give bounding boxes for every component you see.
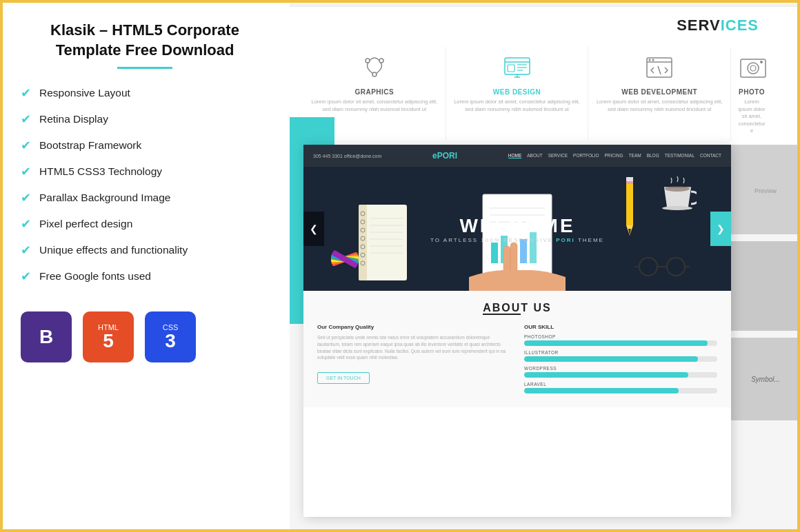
svg-point-19	[760, 61, 763, 63]
svg-rect-50	[626, 177, 633, 225]
preview-logo: ePORI	[432, 151, 457, 161]
skill-illustrator-fill	[524, 356, 698, 362]
svg-point-55	[665, 186, 690, 192]
side-card-top-img: Preview	[731, 145, 800, 234]
coffee-cup-svg	[659, 174, 697, 212]
glasses-svg	[634, 256, 690, 277]
about-skills-col: OUR SKILL PHOTOSHOP ILLUSTRATOR	[524, 324, 717, 398]
check-icon-6: ✔	[21, 216, 31, 232]
webdesign-icon	[502, 52, 532, 83]
nav-link-team[interactable]: TEAM	[629, 153, 641, 158]
get-in-touch-button[interactable]: GET IN TOUCH	[317, 372, 370, 384]
preview-navbar: 305 445 3301 office@done.com ePORI HOME …	[303, 145, 731, 167]
pencil-svg	[625, 177, 634, 239]
feature-label-8: Free Google fonts used	[39, 270, 151, 283]
feature-label-7: Unique effects and functionality	[39, 244, 188, 256]
svg-point-1	[379, 59, 383, 63]
feature-3: ✔ Bootstrap Framework	[21, 138, 269, 153]
svg-text:Preview: Preview	[754, 187, 777, 194]
skill-illustrator: ILLUSTRATOR	[524, 350, 717, 362]
svg-rect-11	[647, 58, 672, 77]
svg-point-18	[750, 65, 756, 71]
skill-laravel-label: LARAVEL	[524, 382, 717, 387]
services-title-accent: ICES	[721, 17, 759, 34]
about-company-title: Our Company Quality	[317, 324, 510, 330]
side-card-middle	[731, 241, 800, 331]
check-icon-8: ✔	[21, 269, 31, 284]
about-columns: Our Company Quality Sed ut perspiciatis …	[317, 324, 717, 398]
graphics-icon	[359, 52, 390, 83]
website-preview: 305 445 3301 office@done.com ePORI HOME …	[303, 145, 731, 517]
graphics-desc: Lorem ipsum dolor sit amet, consectetur …	[310, 99, 439, 113]
skill-wordpress-bar-bg	[524, 372, 717, 378]
logo-icon: e	[432, 151, 437, 161]
skill-wordpress-label: WORDPRESS	[524, 366, 717, 371]
nav-link-contact[interactable]: CONTACT	[700, 153, 721, 158]
svg-rect-53	[626, 177, 633, 181]
feature-label-6: Pixel perfect design	[39, 218, 132, 230]
webdesign-desc: Lorem ipsum dolor sit amet, consectetur …	[453, 99, 581, 113]
features-list: ✔ Responsive Layout ✔ Retina Display ✔ B…	[21, 85, 269, 284]
check-icon-3: ✔	[21, 138, 31, 153]
side-card-bottom: Symbol...	[731, 338, 800, 420]
webdesign-label: WEB DESIGN	[453, 88, 581, 96]
side-card-text: Symbol...	[746, 370, 786, 389]
skill-photoshop: PHOTOSHOP	[524, 334, 717, 346]
css3-label-num: 3	[165, 331, 176, 351]
svg-rect-54	[626, 181, 633, 184]
svg-point-13	[649, 59, 651, 61]
svg-rect-39	[491, 243, 498, 263]
nav-link-pricing[interactable]: PRICING	[605, 153, 623, 158]
svg-point-0	[366, 59, 370, 63]
nav-link-service[interactable]: SERVICE	[548, 153, 568, 158]
svg-rect-5	[508, 65, 514, 72]
preview-hero: ❮ ❯ WELCOME TO ARTLESS 100% RESPONSIVE P…	[303, 167, 731, 291]
bootstrap-logo: B	[21, 311, 72, 362]
webdev-desc: Lorem ipsum dolor sit amet, consectetur …	[595, 99, 723, 113]
skill-wordpress: WORDPRESS	[524, 366, 717, 378]
svg-line-15	[658, 66, 661, 74]
about-company-text: Sed ut perspiciatis unde omnis iste natu…	[317, 334, 510, 361]
hero-next-button[interactable]: ❯	[710, 212, 731, 246]
about-title: ABOUT US	[317, 302, 717, 314]
feature-label-2: Retina Display	[39, 113, 108, 125]
svg-point-56	[662, 206, 692, 210]
html5-label-num: 5	[103, 331, 114, 351]
nav-contact: 305 445 3301 office@done.com	[313, 154, 381, 158]
webdev-icon	[644, 52, 674, 83]
title-underline	[117, 67, 172, 69]
feature-5: ✔ Parallax Background Image	[21, 190, 269, 205]
nav-link-about[interactable]: ABOUT	[527, 153, 542, 158]
nav-link-testimonial[interactable]: TESTIMONIAL	[665, 153, 694, 158]
nav-link-portfolio[interactable]: PORTFOLIO	[573, 153, 599, 158]
check-icon-5: ✔	[21, 190, 31, 205]
skill-laravel-fill	[524, 388, 679, 393]
hero-subtitle-text: TO ARTLESS 100% RESPONSIVE PORI THEME	[430, 237, 604, 243]
nav-link-home[interactable]: HOME	[508, 153, 522, 158]
feature-2: ✔ Retina Display	[21, 112, 269, 127]
svg-point-62	[640, 258, 657, 275]
check-icon-1: ✔	[21, 85, 31, 101]
feature-1: ✔ Responsive Layout	[21, 85, 269, 101]
side-card-top: Preview	[731, 145, 800, 234]
preview-nav-links: HOME ABOUT SERVICE PORTFOLIO PRICING TEA…	[508, 153, 721, 158]
svg-point-2	[372, 72, 377, 76]
svg-point-63	[668, 258, 684, 275]
check-icon-4: ✔	[21, 164, 31, 179]
skill-laravel: LARAVEL	[524, 382, 717, 393]
skill-laravel-bar-bg	[524, 388, 717, 393]
feature-label-5: Parallax Background Image	[39, 192, 170, 204]
hero-text: WELCOME TO ARTLESS 100% RESPONSIVE PORI …	[430, 215, 604, 243]
services-title: SERVICES	[276, 7, 800, 41]
svg-rect-67	[731, 241, 800, 331]
nav-link-blog[interactable]: BLOG	[647, 153, 659, 158]
about-title-text: ABOU	[483, 302, 521, 315]
service-photo: PHOTO Lorem ipsum dolor sit amet, consec…	[731, 47, 772, 141]
service-webdesign: WEB DESIGN Lorem ipsum dolor sit amet, c…	[446, 47, 589, 141]
html5-logo: HTML 5	[83, 311, 134, 362]
page-title: Klasik – HTML5 Corporate Template Free D…	[21, 21, 269, 60]
skill-illustrator-bar-bg	[524, 356, 717, 362]
feature-label-4: HTML5 CSS3 Technology	[39, 165, 162, 178]
services-icons-row: GRAPHICS Lorem ipsum dolor sit amet, con…	[276, 41, 800, 141]
hero-prev-button[interactable]: ❮	[303, 212, 324, 246]
